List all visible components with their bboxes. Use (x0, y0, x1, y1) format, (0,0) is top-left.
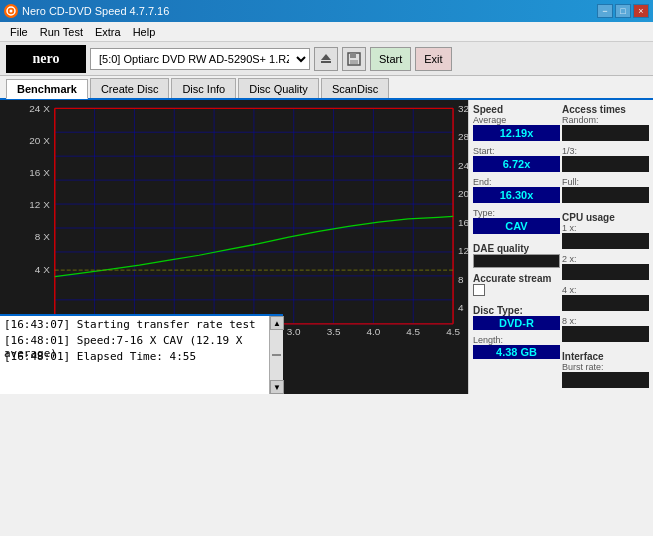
svg-text:4.0: 4.0 (366, 328, 380, 337)
cpu-usage-block: CPU usage 1 x: (562, 212, 649, 249)
svg-rect-5 (350, 53, 356, 58)
log-area: [16:43:07] Starting transfer rate test [… (0, 314, 283, 394)
one-third-block: 1/3: (562, 146, 649, 172)
svg-text:32: 32 (458, 104, 468, 113)
end-label: End: (473, 177, 560, 187)
cpu-4x-label: 4 x: (562, 285, 649, 295)
title-bar: Nero CD-DVD Speed 4.7.7.16 − □ × (0, 0, 653, 22)
cpu-8x-label: 8 x: (562, 316, 649, 326)
accurate-stream-label: Accurate stream (473, 273, 560, 284)
log-scrollbar: ▲ ▼ (269, 316, 283, 394)
interface-label: Interface (562, 351, 649, 362)
scroll-down-button[interactable]: ▼ (270, 380, 284, 394)
dae-quality-label: DAE quality (473, 243, 560, 254)
tab-disc-info[interactable]: Disc Info (171, 78, 236, 98)
svg-rect-6 (350, 60, 358, 64)
svg-text:16: 16 (458, 218, 468, 227)
burst-rate-value (562, 372, 649, 388)
menu-run-test[interactable]: Run Test (34, 24, 89, 40)
tab-benchmark[interactable]: Benchmark (6, 79, 88, 99)
disc-length-label: Length: (473, 335, 560, 345)
disc-length-value: 4.38 GB (473, 345, 560, 359)
cpu-2x-label: 2 x: (562, 254, 649, 264)
average-label: Average (473, 115, 560, 125)
content-area: 24 X 20 X 16 X 12 X 8 X 4 X 32 28 24 20 … (0, 100, 653, 394)
scroll-thumb[interactable] (272, 354, 281, 356)
cpu-1x-value (562, 233, 649, 249)
speed-label: Speed (473, 104, 560, 115)
menu-extra[interactable]: Extra (89, 24, 127, 40)
tab-scan-disc[interactable]: ScanDisc (321, 78, 389, 98)
svg-text:4.5: 4.5 (406, 328, 420, 337)
end-block: End: 16.30x (473, 177, 560, 203)
svg-text:3.5: 3.5 (327, 328, 341, 337)
random-label: Random: (562, 115, 649, 125)
tab-create-disc[interactable]: Create Disc (90, 78, 169, 98)
log-content: [16:43:07] Starting transfer rate test [… (0, 316, 269, 394)
dae-block: DAE quality (473, 243, 560, 268)
save-button[interactable] (342, 47, 366, 71)
minimize-button[interactable]: − (597, 4, 613, 18)
svg-text:12: 12 (458, 246, 468, 255)
menu-bar: File Run Test Extra Help (0, 22, 653, 42)
app-icon (4, 4, 18, 18)
close-button[interactable]: × (633, 4, 649, 18)
accurate-stream-block: Accurate stream (473, 273, 560, 296)
drive-select[interactable]: [5:0] Optiarc DVD RW AD-5290S+ 1.RZ (90, 48, 310, 70)
svg-text:4 X: 4 X (35, 265, 50, 274)
speed-block: Speed Average 12.19x (473, 104, 560, 141)
tab-disc-quality[interactable]: Disc Quality (238, 78, 319, 98)
svg-point-1 (10, 10, 13, 13)
svg-text:12 X: 12 X (29, 201, 49, 210)
dae-bar (473, 254, 560, 268)
eject-button[interactable] (314, 47, 338, 71)
burst-rate-label: Burst rate: (562, 362, 649, 372)
type-block: Type: CAV (473, 208, 560, 234)
cpu-8x-value (562, 326, 649, 342)
svg-text:20: 20 (458, 189, 468, 198)
menu-help[interactable]: Help (127, 24, 162, 40)
svg-text:8 X: 8 X (35, 233, 50, 242)
type-label: Type: (473, 208, 560, 218)
svg-text:24 X: 24 X (29, 104, 49, 113)
one-third-label: 1/3: (562, 146, 649, 156)
nero-logo: nero (6, 45, 86, 73)
tabs: Benchmark Create Disc Disc Info Disc Qua… (0, 76, 653, 100)
scroll-up-button[interactable]: ▲ (270, 316, 284, 330)
average-value: 12.19x (473, 125, 560, 141)
start-value: 6.72x (473, 156, 560, 172)
svg-text:24: 24 (458, 161, 468, 170)
disc-type-section-label: Disc Type: (473, 305, 560, 316)
svg-text:3.0: 3.0 (287, 328, 301, 337)
toolbar: nero [5:0] Optiarc DVD RW AD-5290S+ 1.RZ… (0, 42, 653, 76)
full-label: Full: (562, 177, 649, 187)
exit-button[interactable]: Exit (415, 47, 451, 71)
cpu-8x-block: 8 x: (562, 316, 649, 342)
svg-rect-3 (321, 61, 331, 63)
access-times-label: Access times (562, 104, 649, 115)
cpu-2x-block: 2 x: (562, 254, 649, 280)
right-panel: Speed Average 12.19x Start: 6.72x End: 1… (468, 100, 653, 394)
start-label: Start: (473, 146, 560, 156)
stats-right-col: Access times Random: 1/3: Full: CPU usag… (562, 104, 649, 390)
accurate-stream-checkbox[interactable] (473, 284, 485, 296)
maximize-button[interactable]: □ (615, 4, 631, 18)
svg-text:16 X: 16 X (29, 169, 49, 178)
end-value: 16.30x (473, 187, 560, 203)
svg-text:28: 28 (458, 133, 468, 142)
svg-text:8: 8 (458, 275, 464, 284)
random-value (562, 125, 649, 141)
full-value (562, 187, 649, 203)
svg-text:20 X: 20 X (29, 137, 49, 146)
svg-text:4.5: 4.5 (446, 328, 460, 337)
menu-file[interactable]: File (4, 24, 34, 40)
log-line-3: [16:48:01] Elapsed Time: 4:55 (4, 350, 265, 366)
type-value: CAV (473, 218, 560, 234)
start-button[interactable]: Start (370, 47, 411, 71)
cpu-4x-block: 4 x: (562, 285, 649, 311)
disc-type-value: DVD-R (473, 316, 560, 330)
svg-marker-2 (321, 54, 331, 60)
log-line-1: [16:43:07] Starting transfer rate test (4, 318, 265, 334)
interface-block: Interface Burst rate: (562, 351, 649, 388)
access-times-block: Access times Random: (562, 104, 649, 141)
